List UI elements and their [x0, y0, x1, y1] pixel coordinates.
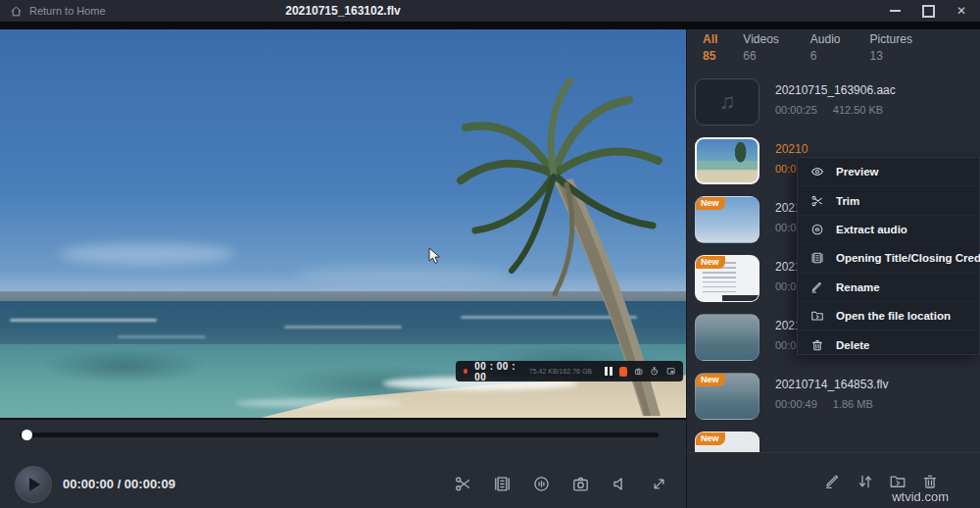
- wave: [118, 335, 206, 338]
- minimize-button[interactable]: [890, 10, 901, 12]
- menu-item-extract-audio[interactable]: Extract audio: [798, 216, 979, 244]
- camera-icon[interactable]: [634, 366, 643, 377]
- new-badge: New: [695, 373, 725, 386]
- window-title: 20210715_163102.flv: [0, 4, 686, 18]
- sort-icon: [857, 473, 874, 490]
- maximize-icon: [922, 5, 935, 18]
- tab-audio[interactable]: Audio 6: [810, 32, 841, 63]
- play-button[interactable]: [15, 466, 52, 503]
- extract-audio-icon: [810, 223, 824, 236]
- minimize-icon: [890, 10, 901, 12]
- watermark: wtvid.com: [892, 489, 949, 504]
- eye-icon: [810, 165, 824, 178]
- fullscreen-icon: [650, 475, 668, 493]
- tab-pictures[interactable]: Pictures 13: [870, 32, 912, 63]
- tab-all[interactable]: All 85: [703, 32, 717, 63]
- menu-item-rename[interactable]: Rename: [798, 274, 979, 302]
- tab-videos[interactable]: Videos 66: [743, 32, 778, 63]
- timeline-handle[interactable]: [22, 430, 32, 440]
- wave: [284, 326, 402, 329]
- list-item[interactable]: ♫ 20210715_163906.aac 00:00:25 412.50 KB: [687, 73, 980, 131]
- extract-audio-icon: [532, 475, 551, 493]
- music-note-icon: ♫: [719, 89, 736, 115]
- menu-item-trim[interactable]: Trim: [798, 186, 979, 215]
- video-thumbnail: [695, 137, 760, 184]
- open-location-button[interactable]: [889, 473, 906, 490]
- new-badge: New: [695, 196, 725, 210]
- play-icon: [29, 478, 40, 491]
- open-folder-icon: [889, 473, 906, 490]
- new-badge: New: [695, 432, 725, 445]
- screenshot-icon: [571, 475, 590, 493]
- recording-time: 00 : 00 : 00: [474, 361, 522, 382]
- titlebar-divider: [0, 22, 980, 29]
- pencil-icon: [824, 473, 842, 490]
- menu-item-preview[interactable]: Preview: [798, 158, 979, 186]
- titlebar: Return to Home 20210715_163102.flv ✕: [0, 0, 980, 22]
- close-button[interactable]: ✕: [956, 5, 966, 17]
- player-tool-icons: [454, 475, 668, 493]
- record-dot: [464, 369, 467, 374]
- volume-button[interactable]: [611, 475, 629, 493]
- screenshot-button[interactable]: [571, 475, 590, 493]
- trim-button[interactable]: [454, 475, 472, 493]
- maximize-button[interactable]: [922, 5, 935, 18]
- cloud: [59, 243, 235, 265]
- volume-icon: [611, 475, 629, 493]
- context-menu: Preview Trim Extract audio Opening Title…: [797, 157, 980, 355]
- video-preview-area[interactable]: 00 : 00 : 00 75.42 KB/162.76 GB: [0, 29, 686, 418]
- credits-button[interactable]: [493, 475, 512, 493]
- mouse-cursor: [428, 247, 441, 265]
- filmstrip-icon: [493, 475, 512, 493]
- menu-item-open-location[interactable]: Open the file location: [798, 302, 979, 330]
- sort-button[interactable]: [857, 473, 874, 490]
- timeline-track[interactable]: [20, 432, 659, 437]
- list-item[interactable]: New 20210714_164853.flv 00:00:49 1.86 MB: [687, 367, 980, 426]
- recording-size-info: 75.42 KB/162.76 GB: [529, 368, 592, 375]
- recorder-app-window: { "colors": {"accent_orange":"#dd8030","…: [0, 0, 980, 508]
- timer-icon[interactable]: [650, 366, 659, 377]
- menu-item-delete[interactable]: Delete: [798, 330, 979, 358]
- delete-button[interactable]: [921, 473, 939, 490]
- new-badge: New: [695, 255, 725, 269]
- video-thumbnail: New: [695, 255, 760, 302]
- rename-button[interactable]: [824, 473, 842, 490]
- stop-button[interactable]: [619, 367, 627, 377]
- video-thumbnail: [695, 314, 760, 361]
- pause-button[interactable]: [605, 367, 612, 376]
- trim-icon: [454, 475, 472, 493]
- trash-icon: [921, 473, 939, 490]
- seek-timeline[interactable]: [20, 431, 659, 438]
- wave: [10, 319, 157, 322]
- video-thumbnail: New: [695, 196, 760, 243]
- pencil-icon: [810, 280, 824, 294]
- player-controls-bar: 00:00:00 / 00:00:09: [0, 418, 686, 508]
- pip-icon[interactable]: [666, 366, 675, 377]
- audio-thumbnail: ♫: [695, 78, 760, 126]
- extract-audio-button[interactable]: [532, 475, 551, 493]
- credits-icon: [810, 251, 824, 265]
- surf-foam: [235, 398, 402, 408]
- video-thumbnail: New: [695, 373, 760, 420]
- scissors-icon: [810, 194, 824, 208]
- menu-item-credits[interactable]: Opening Title/Closing Credits: [798, 244, 979, 273]
- playback-time: 00:00:00 / 00:00:09: [63, 477, 175, 491]
- trash-icon: [810, 338, 824, 352]
- recording-toolbar: 00 : 00 : 00 75.42 KB/162.76 GB: [456, 361, 683, 381]
- open-folder-icon: [810, 309, 824, 323]
- fullscreen-button[interactable]: [650, 475, 668, 493]
